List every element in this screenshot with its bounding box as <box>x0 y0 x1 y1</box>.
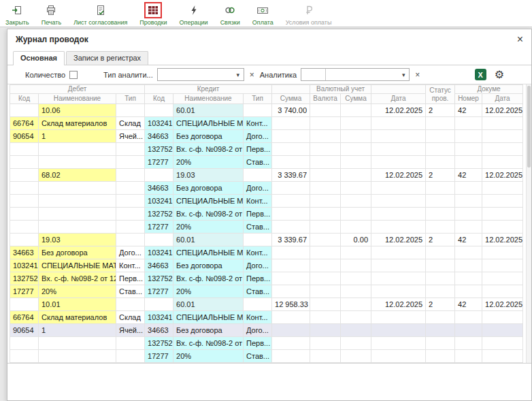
toolbar-button-label: Операции <box>180 19 208 26</box>
posting-row[interactable]: 132752Вх. с-ф. №098-2 от 12...Перв...132… <box>10 272 523 285</box>
column-header[interactable]: Код <box>10 94 39 104</box>
cell <box>116 195 145 208</box>
toolbar-button-print[interactable]: Печать <box>41 1 61 26</box>
cell <box>310 350 341 363</box>
cell: 42 <box>455 104 482 117</box>
cell <box>341 104 371 117</box>
posting-row[interactable]: 66764Склад материаловСклад103241СПЕЦИАЛЬ… <box>10 311 523 324</box>
scrollbar-thumb[interactable] <box>527 86 531 167</box>
posting-row[interactable]: 1727720%Став...1727720%Став... <box>10 285 523 298</box>
excel-export-icon[interactable]: X <box>475 69 486 80</box>
posting-row[interactable]: 132752Вх. с-ф. №098-2 от 12...Перв... <box>10 208 523 221</box>
postings-journal-icon <box>144 2 162 18</box>
toolbar-button-approval-sheet[interactable]: Лист согласования <box>73 1 127 26</box>
cell: 103241 <box>145 195 173 208</box>
posting-row[interactable]: 1727720%Став... <box>10 350 523 363</box>
cell <box>310 208 341 221</box>
cell <box>482 130 523 143</box>
posting-row[interactable]: 66764Склад материаловСклад103241СПЕЦИАЛЬ… <box>10 117 523 130</box>
column-header[interactable]: Тип <box>116 94 145 104</box>
group-row[interactable]: 10.0660.013 740.0012.02.202524212.02.202… <box>10 104 523 117</box>
column-header[interactable]: Дата <box>482 94 523 104</box>
column-header[interactable]: Сумма <box>272 94 310 104</box>
cell: 68.02 <box>39 169 116 182</box>
toolbar-button-operations[interactable]: Операции <box>180 1 208 26</box>
analytics-type-combobox[interactable]: ▾ <box>157 68 244 81</box>
posting-row[interactable]: 1727720%Став... <box>10 221 523 234</box>
posting-row[interactable]: 1727720%Став... <box>10 156 523 169</box>
panel-title: Журнал проводок <box>16 35 88 44</box>
tab-main[interactable]: Основная <box>13 51 65 65</box>
cell <box>482 337 523 350</box>
cell <box>272 337 310 350</box>
cell <box>116 156 145 169</box>
group-row[interactable]: 68.0219.033 339.6712.02.202524212.02.202… <box>10 169 523 182</box>
column-header[interactable]: Номер <box>455 94 482 104</box>
analytics-code-segment[interactable] <box>301 69 326 80</box>
posting-row[interactable]: 906541Ячей...34663Без договораДого... <box>10 324 523 337</box>
toolbar-button-close[interactable]: Закрыть <box>5 1 29 26</box>
cell: СПЕЦИАЛЬНЫЕ МАТ... <box>173 311 244 324</box>
cell <box>10 169 39 182</box>
cell: 12.02.2025 <box>482 169 523 182</box>
vertical-scrollbar[interactable] <box>526 84 531 363</box>
column-header[interactable]: Валюта <box>310 94 341 104</box>
toolbar-button-payment[interactable]: Оплата <box>252 1 273 26</box>
gear-icon[interactable]: ⚙ <box>495 69 504 80</box>
column-header[interactable]: Сумма <box>341 94 371 104</box>
cell: Вх. с-ф. №098-2 от 12... <box>173 208 244 221</box>
cell <box>116 182 145 195</box>
column-header[interactable]: Наименование <box>173 94 244 104</box>
toolbar-button-label: Лист согласования <box>73 19 127 26</box>
cell <box>482 156 523 169</box>
column-group-header <box>371 85 426 94</box>
cell <box>39 195 116 208</box>
clear-analytics-icon[interactable]: × <box>414 70 421 80</box>
cell <box>244 169 272 182</box>
posting-row[interactable]: 103241СПЕЦИАЛЬНЫЕ МАТ...Конт...34663Без … <box>10 259 523 272</box>
cell <box>455 311 482 324</box>
column-header[interactable]: Тип <box>244 94 272 104</box>
posting-row[interactable]: 132752Вх. с-ф. №098-2 от 12...Перв... <box>10 337 523 350</box>
quantity-checkbox[interactable] <box>69 71 78 79</box>
analytics-combobox[interactable]: ▾ <box>301 68 410 81</box>
column-header[interactable]: Код <box>145 94 173 104</box>
cell: 132752 <box>145 337 173 350</box>
tab-register-records[interactable]: Записи в регистрах <box>66 51 148 65</box>
toolbar-button-postings[interactable]: Проводки <box>139 1 167 26</box>
cell <box>455 221 482 234</box>
cell: Склад материалов <box>39 117 116 130</box>
cell <box>482 143 523 156</box>
cell <box>371 208 426 221</box>
posting-row[interactable]: 34663Без договораДого...103241СПЕЦИАЛЬНЫ… <box>10 246 523 259</box>
cell: Перв... <box>244 272 272 285</box>
group-row[interactable]: 10.0160.0112 958.3312.02.202524212.02.20… <box>10 298 523 311</box>
banknote-icon <box>254 2 271 18</box>
posting-row[interactable]: 103241СПЕЦИАЛЬНЫЕ МАТ...Конт... <box>10 195 523 208</box>
close-icon[interactable]: × <box>517 34 523 45</box>
cell: 12.02.2025 <box>371 169 426 182</box>
posting-row[interactable]: 132752Вх. с-ф. №098-2 от 12...Перв... <box>10 143 523 156</box>
cell <box>341 298 371 311</box>
cell: 1 <box>39 324 116 337</box>
cell <box>371 117 426 130</box>
clear-analytics-type-icon[interactable]: × <box>248 70 256 80</box>
column-header[interactable]: Наименование <box>39 94 116 104</box>
cell <box>371 182 426 195</box>
cell <box>341 169 371 182</box>
cell: Конт... <box>244 246 272 259</box>
cell: Вх. с-ф. №098-2 от 12... <box>173 272 244 285</box>
cell <box>455 324 482 337</box>
toolbar-button-links[interactable]: Связки <box>220 1 240 26</box>
cell <box>371 130 426 143</box>
cell <box>371 259 426 272</box>
cell <box>371 246 426 259</box>
group-row[interactable]: 19.0360.013 339.670.0012.02.202524212.02… <box>10 234 523 246</box>
cell <box>116 143 145 156</box>
column-header[interactable]: Дата <box>371 94 426 104</box>
cell <box>272 259 310 272</box>
cell: Вх. с-ф. №098-2 от 12... <box>173 143 244 156</box>
approval-sheet-icon <box>92 2 110 18</box>
posting-row[interactable]: 906541Ячей...34663Без договораДого... <box>10 130 523 143</box>
posting-row[interactable]: 34663Без договораДого... <box>10 182 523 195</box>
